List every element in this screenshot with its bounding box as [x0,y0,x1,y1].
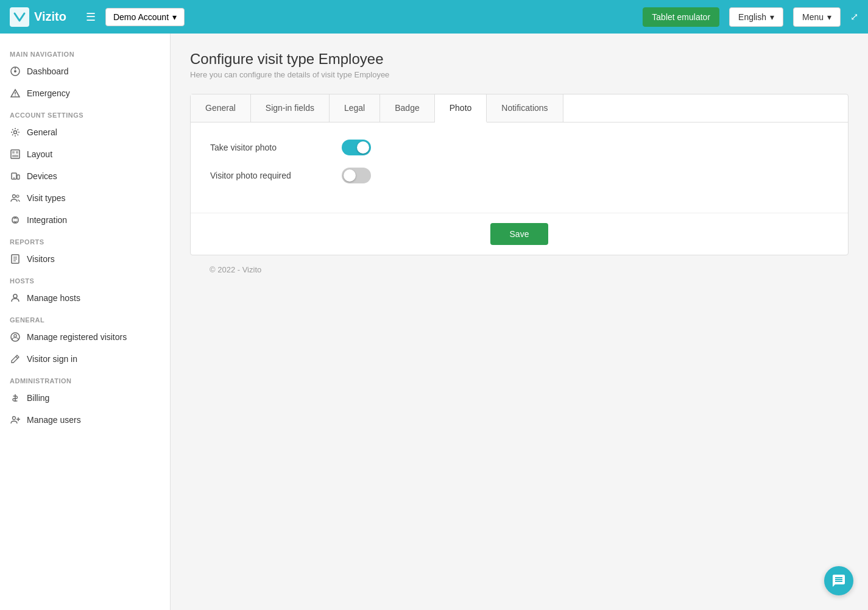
logo: Vizito [10,7,66,27]
sidebar-item-label: Billing [27,393,49,403]
footer-text: © 2022 - Vizito [210,265,261,274]
sidebar-item-label: Layout [27,149,52,159]
language-dropdown-button[interactable]: English ▾ [729,7,783,27]
sidebar-item-integration[interactable]: Integration [0,209,170,231]
account-dropdown-button[interactable]: Demo Account ▾ [105,8,185,26]
sidebar-item-visitors[interactable]: Visitors [0,248,170,270]
svg-point-5 [15,95,15,96]
svg-point-25 [13,417,16,420]
layout-icon [10,149,21,160]
chat-bubble-button[interactable] [824,566,853,595]
header: Vizito ☰ Demo Account ▾ Tablet emulator … [0,0,868,34]
sidebar-item-manage-hosts[interactable]: Manage hosts [0,287,170,309]
sidebar-item-manage-registered[interactable]: Manage registered visitors [0,326,170,348]
sidebar-item-label: Devices [27,171,57,181]
dashboard-icon [10,66,21,77]
visitor-photo-required-row: Visitor photo required [210,168,828,183]
hamburger-button[interactable]: ☰ [86,10,96,24]
svg-rect-8 [12,151,15,154]
gear-icon [10,127,21,138]
tab-notifications[interactable]: Notifications [487,94,563,122]
sidebar-item-visit-types[interactable]: Visit types [0,187,170,209]
sidebar-item-visitor-sign-in[interactable]: Visitor sign in [0,348,170,370]
users-icon [10,193,21,204]
warning-icon [10,88,21,99]
svg-line-23 [16,356,18,358]
tab-badge[interactable]: Badge [380,94,434,122]
sidebar: Main Navigation Dashboard Emergency Acco… [0,34,171,610]
svg-point-14 [13,195,16,198]
sidebar-item-devices[interactable]: Devices [0,165,170,187]
chat-icon [831,573,846,588]
save-button[interactable]: Save [490,223,549,245]
svg-rect-0 [10,7,29,27]
logo-icon [10,7,29,27]
dollar-icon [10,392,21,403]
take-visitor-photo-label: Take visitor photo [210,143,332,152]
devices-icon [10,171,21,182]
svg-point-6 [14,131,17,134]
sidebar-item-emergency[interactable]: Emergency [0,82,170,104]
main-content: Configure visit type Employee Here you c… [171,34,868,610]
tab-legal[interactable]: Legal [330,94,380,122]
save-area: Save [191,213,848,255]
take-visitor-photo-toggle[interactable] [342,140,371,155]
sidebar-item-billing[interactable]: Billing [0,387,170,409]
footer: © 2022 - Vizito [190,255,849,284]
photo-tab-content: Take visitor photo Visitor photo require… [191,122,848,213]
integration-icon [10,215,21,225]
general-section-label: General [0,309,170,326]
circle-user-icon [10,332,21,342]
person-icon [10,293,21,303]
sidebar-item-label: Manage hosts [27,293,80,303]
hosts-section-label: Hosts [0,270,170,287]
sidebar-item-label: Dashboard [27,66,69,76]
sidebar-item-dashboard[interactable]: Dashboard [0,60,170,82]
svg-rect-9 [16,151,18,154]
sidebar-item-label: General [27,127,57,137]
svg-rect-10 [12,155,18,157]
svg-rect-13 [17,175,19,179]
tab-bar: General Sign-in fields Legal Badge Photo… [191,94,848,122]
layout: Main Navigation Dashboard Emergency Acco… [0,34,868,610]
person-plus-icon [10,414,21,425]
svg-point-22 [14,335,16,337]
visitor-photo-required-label: Visitor photo required [210,171,332,180]
sidebar-item-label: Visit types [27,193,66,203]
reports-section-label: Reports [0,231,170,248]
sidebar-item-layout[interactable]: Layout [0,143,170,165]
sidebar-item-general[interactable]: General [0,121,170,143]
nav-section-label: Main Navigation [0,43,170,60]
svg-point-2 [14,70,16,73]
account-section-label: Account settings [0,104,170,121]
svg-point-20 [13,294,17,298]
page-subtitle: Here you can configure the details of vi… [190,70,849,79]
expand-button[interactable]: ⤢ [850,11,858,23]
sidebar-item-label: Visitors [27,254,55,264]
content-card: General Sign-in fields Legal Badge Photo… [190,94,849,255]
sidebar-item-label: Visitor sign in [27,354,77,364]
toggle-slider-2 [342,168,371,183]
sidebar-item-label: Integration [27,215,67,225]
page-title: Configure visit type Employee [190,51,849,68]
svg-point-15 [16,195,19,197]
tab-sign-in-fields[interactable]: Sign-in fields [251,94,330,122]
tablet-emulator-button[interactable]: Tablet emulator [643,7,719,27]
sidebar-item-manage-users[interactable]: Manage users [0,409,170,431]
menu-dropdown-button[interactable]: Menu ▾ [793,7,841,27]
tab-general[interactable]: General [191,94,251,122]
sidebar-item-label: Manage users [27,415,81,425]
tab-photo[interactable]: Photo [435,94,487,122]
book-icon [10,254,21,264]
admin-section-label: Administration [0,370,170,387]
visitor-photo-required-toggle[interactable] [342,168,371,183]
toggle-slider [342,140,371,155]
pencil-icon [10,353,21,364]
take-visitor-photo-row: Take visitor photo [210,140,828,155]
logo-text: Vizito [34,10,66,24]
sidebar-item-label: Emergency [27,88,70,98]
sidebar-item-label: Manage registered visitors [27,332,127,342]
